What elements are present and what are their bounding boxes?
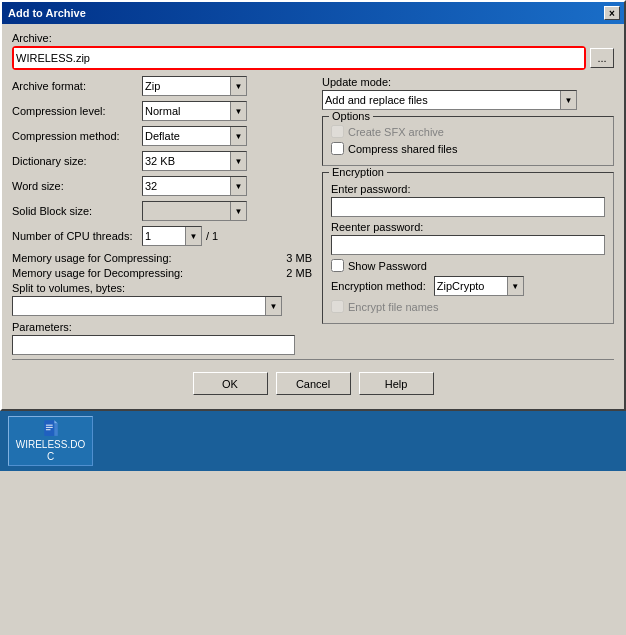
show-password-checkbox-row: Show Password (331, 259, 605, 272)
memory-section: Memory usage for Compressing: 3 MB Memor… (12, 252, 312, 279)
dictionary-size-label: Dictionary size: (12, 155, 142, 167)
word-size-select-wrap: 32 8 16 64 128 ▼ (142, 176, 247, 196)
options-group: Options Create SFX archive Compress shar… (322, 116, 614, 166)
parameters-label: Parameters: (12, 321, 312, 333)
split-volumes-select[interactable] (12, 296, 282, 316)
compression-level-select[interactable]: Normal Store Fastest Fast Maximum Ultra (142, 101, 247, 121)
dialog-content: Archive: ... Archive format: Zip 7z (2, 24, 624, 409)
help-button[interactable]: Help (359, 372, 434, 395)
title-bar: Add to Archive × (2, 2, 624, 24)
compress-shared-checkbox[interactable] (331, 142, 344, 155)
compression-level-row: Compression level: Normal Store Fastest … (12, 101, 312, 121)
cpu-threads-label: Number of CPU threads: (12, 230, 142, 242)
memory-compress-label: Memory usage for Compressing: (12, 252, 172, 264)
archive-format-label: Archive format: (12, 80, 142, 92)
create-sfx-label: Create SFX archive (348, 126, 444, 138)
button-row: OK Cancel Help (12, 364, 614, 403)
main-columns: Archive format: Zip 7z tar ▼ Compression… (12, 76, 614, 355)
word-size-label: Word size: (12, 180, 142, 192)
wireless-doc-icon (35, 419, 67, 437)
create-sfx-checkbox-row: Create SFX archive (331, 125, 605, 138)
dialog-title: Add to Archive (8, 7, 604, 19)
close-button[interactable]: × (604, 6, 620, 20)
reenter-password-label: Reenter password: (331, 221, 605, 233)
right-column: Update mode: Add and replace files Updat… (322, 76, 614, 355)
compress-shared-checkbox-row: Compress shared files (331, 142, 605, 155)
encryption-method-row: Encryption method: ZipCrypto AES-256 ▼ (331, 276, 605, 296)
taskbar-wireless-item[interactable]: WIRELESS.DOC (8, 416, 93, 466)
cpu-threads-row: Number of CPU threads: 1 2 4 ▼ / 1 (12, 226, 312, 246)
encryption-group: Encryption Enter password: Reenter passw… (322, 172, 614, 324)
compression-method-label: Compression method: (12, 130, 142, 142)
encrypt-file-names-label: Encrypt file names (348, 301, 438, 313)
cpu-threads-total: / 1 (206, 230, 218, 242)
compress-shared-label: Compress shared files (348, 143, 457, 155)
dictionary-size-select[interactable]: 32 KB 4 KB 8 KB 16 KB 64 KB (142, 151, 247, 171)
word-size-row: Word size: 32 8 16 64 128 ▼ (12, 176, 312, 196)
memory-decompress-label: Memory usage for Decompressing: (12, 267, 183, 279)
solid-block-select[interactable] (142, 201, 247, 221)
archive-label: Archive: (12, 32, 614, 44)
options-group-content: Create SFX archive Compress shared files (331, 125, 605, 155)
archive-format-select-wrap: Zip 7z tar ▼ (142, 76, 247, 96)
solid-block-select-wrap: ▼ (142, 201, 247, 221)
svg-rect-4 (45, 427, 52, 428)
archive-section: Archive: ... (12, 32, 614, 70)
solid-block-label: Solid Block size: (12, 205, 142, 217)
memory-decompress-value: 2 MB (286, 267, 312, 279)
compression-level-select-wrap: Normal Store Fastest Fast Maximum Ultra … (142, 101, 247, 121)
update-mode-select[interactable]: Add and replace files Update and add fil… (322, 90, 577, 110)
compression-method-row: Compression method: Deflate Deflate64 BZ… (12, 126, 312, 146)
taskbar: WIRELESS.DOC (0, 411, 626, 471)
split-volumes-select-wrap: ▼ (12, 296, 282, 316)
browse-button[interactable]: ... (590, 48, 614, 68)
dictionary-size-select-wrap: 32 KB 4 KB 8 KB 16 KB 64 KB ▼ (142, 151, 247, 171)
reenter-password-section: Reenter password: (331, 221, 605, 255)
encrypt-file-names-checkbox[interactable] (331, 300, 344, 313)
cpu-threads-select-wrap: 1 2 4 ▼ (142, 226, 202, 246)
show-password-label: Show Password (348, 260, 427, 272)
enter-password-input[interactable] (331, 197, 605, 217)
memory-decompress-row: Memory usage for Decompressing: 2 MB (12, 267, 312, 279)
encryption-method-select-wrap: ZipCrypto AES-256 ▼ (434, 276, 524, 296)
cpu-threads-select[interactable]: 1 2 4 (142, 226, 202, 246)
reenter-password-input[interactable] (331, 235, 605, 255)
enter-password-section: Enter password: (331, 183, 605, 217)
create-sfx-checkbox[interactable] (331, 125, 344, 138)
ok-button[interactable]: OK (193, 372, 268, 395)
dialog-divider (12, 359, 614, 360)
enter-password-label: Enter password: (331, 183, 605, 195)
left-column: Archive format: Zip 7z tar ▼ Compression… (12, 76, 312, 355)
options-group-title: Options (329, 110, 373, 122)
cancel-button[interactable]: Cancel (276, 372, 351, 395)
encryption-method-label: Encryption method: (331, 280, 426, 292)
add-to-archive-dialog: Add to Archive × Archive: ... Archive fo… (0, 0, 626, 411)
encryption-group-title: Encryption (329, 166, 387, 178)
parameters-input[interactable] (12, 335, 295, 355)
split-volumes-section: Split to volumes, bytes: ▼ (12, 282, 312, 316)
taskbar-item-label: WIRELESS.DOC (16, 439, 85, 463)
svg-rect-3 (45, 425, 52, 426)
memory-compress-value: 3 MB (286, 252, 312, 264)
show-password-checkbox[interactable] (331, 259, 344, 272)
svg-rect-5 (45, 429, 50, 430)
archive-format-select[interactable]: Zip 7z tar (142, 76, 247, 96)
compression-method-select[interactable]: Deflate Deflate64 BZip2 LZMA (142, 126, 247, 146)
update-mode-select-wrap: Add and replace files Update and add fil… (322, 90, 577, 110)
svg-rect-2 (54, 424, 57, 436)
archive-input[interactable] (14, 48, 584, 68)
word-size-select[interactable]: 32 8 16 64 128 (142, 176, 247, 196)
dictionary-size-row: Dictionary size: 32 KB 4 KB 8 KB 16 KB 6… (12, 151, 312, 171)
compression-method-select-wrap: Deflate Deflate64 BZip2 LZMA ▼ (142, 126, 247, 146)
split-volumes-label: Split to volumes, bytes: (12, 282, 312, 294)
archive-format-row: Archive format: Zip 7z tar ▼ (12, 76, 312, 96)
encryption-method-select[interactable]: ZipCrypto AES-256 (434, 276, 524, 296)
cpu-threads-controls: 1 2 4 ▼ / 1 (142, 226, 218, 246)
solid-block-row: Solid Block size: ▼ (12, 201, 312, 221)
encryption-group-content: Enter password: Reenter password: Show P… (331, 183, 605, 313)
svg-marker-1 (54, 420, 57, 423)
parameters-section: Parameters: (12, 321, 312, 355)
update-mode-section: Update mode: Add and replace files Updat… (322, 76, 614, 110)
memory-compress-row: Memory usage for Compressing: 3 MB (12, 252, 312, 264)
update-mode-label: Update mode: (322, 76, 614, 88)
